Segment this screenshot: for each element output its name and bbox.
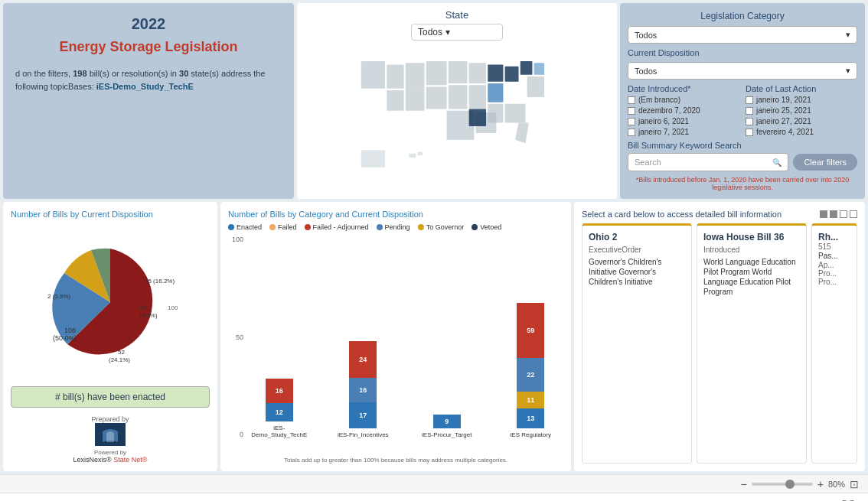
date-introduced-checkbox-1[interactable] — [628, 107, 635, 115]
prepared-by-label: Prepared by — [91, 415, 129, 423]
bottom-row: Number of Bills by Current Disposition 2… — [3, 202, 865, 471]
title-panel: 2022 Energy Storage Legislation d on the… — [3, 3, 294, 199]
zoom-plus-button[interactable]: + — [817, 478, 824, 490]
bar-2-enacted: 17 — [349, 402, 377, 428]
legislation-category-arrow: ▾ — [846, 30, 850, 40]
bar-chart-title: Number of Bills by Category and Current … — [228, 210, 563, 219]
bar-group-2[interactable]: 17 16 24 iES-Fin_Incentives — [331, 275, 396, 438]
date-introduced-checkbox-0[interactable] — [628, 96, 635, 104]
legend-dot-to-governor — [418, 224, 424, 230]
svg-rect-24 — [418, 151, 423, 155]
date-last-action-checkbox-0[interactable] — [746, 96, 753, 104]
svg-rect-15 — [534, 63, 544, 75]
state-dropdown[interactable]: Todos ▾ — [411, 24, 503, 41]
date-last-action-item-2[interactable]: janeiro 27, 2021 — [746, 117, 857, 125]
bar-chart-container: 100 50 0 12 16 iES-Demo_Study_TechE — [228, 236, 563, 454]
fit-page-icon[interactable]: ⊡ — [850, 478, 859, 490]
date-last-action-checkbox-3[interactable] — [746, 129, 753, 136]
logo-area: Prepared by Powered by LexisNexis® State… — [11, 411, 210, 464]
legend-enacted: Enacted — [228, 223, 262, 231]
svg-rect-2 — [406, 63, 425, 89]
date-introduced-value-1: dezembro 7, 2020 — [638, 106, 700, 115]
nav-dot-4[interactable] — [850, 210, 857, 218]
legend-dot-failed-adjourned — [305, 224, 311, 230]
bar-group-3[interactable]: 9 iES-Procur_Target — [414, 275, 480, 438]
svg-rect-11 — [488, 64, 503, 81]
bar-stack-1: 12 16 — [266, 268, 293, 421]
date-last-action-label: Date of Last Action — [746, 84, 857, 93]
date-introduced-col: Date Introduced* (Em branco) dezembro 7,… — [628, 84, 739, 136]
date-introduced-item-3[interactable]: janeiro 7, 2021 — [628, 128, 739, 136]
date-introduced-item-0[interactable]: (Em branco) — [628, 96, 739, 104]
legend-label-pending: Pending — [385, 223, 410, 231]
cards-panel: Select a card below to access detailed b… — [574, 202, 865, 471]
date-introduced-checkbox-3[interactable] — [628, 129, 635, 136]
bar-1-enacted: 12 — [266, 403, 293, 421]
date-introduced-value-0: (Em branco) — [638, 96, 680, 104]
current-disposition-value: Todos — [635, 67, 657, 76]
bar-group-4[interactable]: 13 11 22 59 iES Regulatory — [498, 275, 564, 438]
bar-group-1[interactable]: 12 16 iES-Demo_Study_TechE — [246, 268, 312, 438]
zoom-slider[interactable] — [752, 483, 813, 486]
svg-rect-4 — [387, 89, 403, 110]
label-pending: 2 (0.9%) — [47, 293, 71, 300]
bill-description-2: World Language Education Pilot Program W… — [703, 257, 800, 297]
date-last-action-col: Date of Last Action janeiro 19, 2021 jan… — [746, 84, 857, 136]
legend-dot-enacted — [228, 224, 234, 230]
bar-1-failed-adj: 16 — [266, 379, 293, 403]
date-last-action-item-0[interactable]: janeiro 19, 2021 — [746, 96, 857, 104]
svg-rect-10 — [469, 85, 486, 109]
state-dropdown-value: Todos — [418, 27, 442, 37]
bill-card-3-partial[interactable]: Rh... 515 Pas... Ap... Pro... Pro... — [811, 223, 857, 464]
bill-type-2: Introduced — [703, 246, 800, 254]
title-main: Energy Storage Legislation — [15, 39, 282, 55]
lexis-nexis-text: LexisNexis® — [73, 456, 114, 464]
bar-stack-4: 13 11 22 59 — [517, 275, 544, 428]
cards-navigation[interactable] — [820, 210, 857, 218]
bar-3-label: iES-Procur_Target — [422, 431, 472, 438]
label-enacted-pct: (50.0%) — [53, 334, 77, 342]
bill-card-2[interactable]: Iowa House Bill 36 Introduced World Lang… — [697, 223, 807, 464]
bill-description-3: Pas... — [818, 251, 850, 261]
date-last-action-item-3[interactable]: fevereiro 4, 2021 — [746, 128, 857, 136]
date-introduced-checkbox-2[interactable] — [628, 118, 635, 125]
nav-dot-2[interactable] — [830, 210, 837, 218]
bar-4-label: iES Regulatory — [511, 431, 551, 438]
us-map[interactable] — [303, 45, 611, 193]
legend-dot-failed — [269, 224, 276, 230]
search-input-box[interactable]: Search 🔍 — [628, 153, 788, 171]
legend-vetoed: Vetoed — [472, 223, 501, 231]
legend-label-enacted: Enacted — [237, 223, 262, 231]
map-svg — [303, 54, 611, 184]
zoom-minus-button[interactable]: − — [741, 478, 747, 490]
bar-2-failed-adj: 24 — [349, 341, 377, 378]
svg-rect-25 — [469, 109, 486, 125]
legislation-category-dropdown[interactable]: Todos ▾ — [628, 26, 857, 44]
company-logo — [95, 423, 126, 446]
bar-3-enacted: 9 — [433, 415, 461, 428]
svg-rect-22 — [361, 150, 385, 167]
svg-rect-6 — [426, 86, 447, 109]
date-last-action-checkbox-2[interactable] — [746, 118, 753, 125]
bills-count: 198 — [73, 69, 86, 78]
zoom-percent: 80% — [828, 480, 845, 489]
clear-filters-button[interactable]: Clear filters — [793, 154, 857, 171]
powered-by-label: Powered by — [94, 449, 126, 456]
zoom-controls: − + 80% ⊡ — [741, 478, 859, 490]
date-last-action-item-1[interactable]: janeiro 25, 2021 — [746, 106, 857, 115]
bar-4-failed-adj: 59 — [517, 303, 544, 358]
date-last-action-checkbox-1[interactable] — [746, 107, 753, 115]
bars-area: 12 16 iES-Demo_Study_TechE 17 16 24 iES-… — [246, 236, 563, 454]
date-introduced-item-2[interactable]: janeiro 6, 2021 — [628, 117, 739, 125]
bill-card-1[interactable]: Ohio 2 ExecutiveOrder Governor's Childre… — [582, 223, 692, 464]
bill-number-1: Ohio 2 — [589, 232, 685, 242]
nav-dot-3[interactable] — [840, 210, 847, 218]
bar-2-label: iES-Fin_Incentives — [338, 431, 389, 438]
svg-marker-21 — [515, 122, 529, 143]
date-introduced-item-1[interactable]: dezembro 7, 2020 — [628, 106, 739, 115]
svg-rect-14 — [520, 60, 533, 74]
nav-dot-1[interactable] — [820, 210, 827, 218]
current-disposition-dropdown[interactable]: Todos ▾ — [628, 62, 857, 80]
pie-svg: 2 (0.9%) 35 (16.2%) 18 (8.3%) 52 (24.1%)… — [26, 241, 194, 363]
date-last-action-value-3: fevereiro 4, 2021 — [756, 128, 814, 136]
